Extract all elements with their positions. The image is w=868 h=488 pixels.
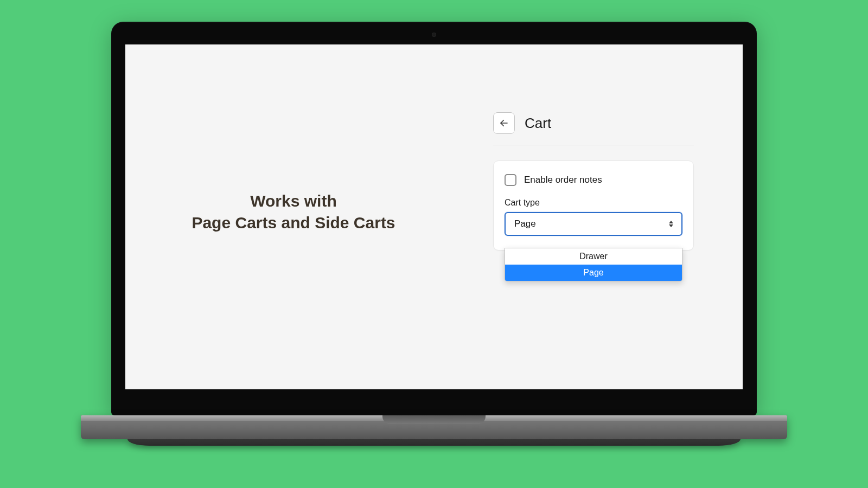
laptop-base	[81, 415, 787, 439]
cart-type-select[interactable]: Page	[505, 212, 682, 236]
arrow-left-icon	[499, 118, 509, 128]
camera-dot	[432, 33, 436, 37]
enable-order-notes-checkbox[interactable]	[505, 174, 516, 186]
option-page[interactable]: Page	[505, 265, 682, 281]
screen: Works with Page Carts and Side Carts Car…	[125, 44, 743, 389]
screen-bezel: Works with Page Carts and Side Carts Car…	[111, 22, 757, 415]
settings-card: Enable order notes Cart type Page Drawer…	[493, 160, 694, 251]
cart-type-dropdown: Drawer Page	[505, 248, 682, 281]
enable-order-notes-row: Enable order notes	[505, 174, 682, 186]
tagline-line-1: Works with	[163, 191, 424, 211]
cart-type-label: Cart type	[505, 198, 682, 208]
laptop-notch	[382, 415, 486, 424]
enable-order-notes-label: Enable order notes	[524, 175, 602, 185]
back-button[interactable]	[493, 112, 515, 134]
laptop-mockup: Works with Page Carts and Side Carts Car…	[111, 22, 757, 446]
tagline-line-2: Page Carts and Side Carts	[163, 213, 424, 233]
select-stepper-icon	[667, 221, 675, 227]
cart-type-value: Page	[514, 219, 536, 229]
option-drawer[interactable]: Drawer	[505, 248, 682, 265]
marketing-tagline: Works with Page Carts and Side Carts	[163, 191, 424, 233]
panel-title: Cart	[525, 115, 551, 132]
laptop-foot	[127, 439, 741, 446]
panel-header: Cart	[493, 112, 694, 145]
cart-settings-panel: Cart Enable order notes Cart type Page	[493, 112, 694, 251]
